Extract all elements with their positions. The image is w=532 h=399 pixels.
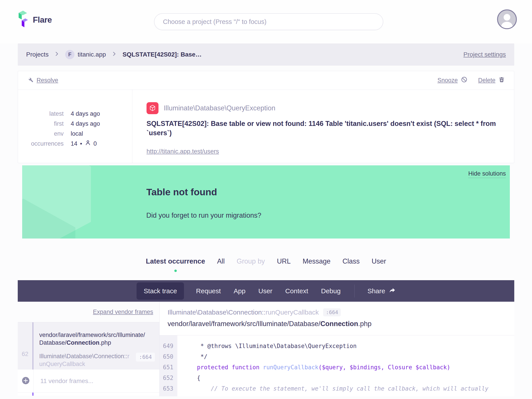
project-settings-link[interactable]: Project settings [463,51,506,58]
frame-method: Illuminate\Database\Connection::runQuery… [39,352,130,368]
tab-group-class[interactable]: Class [342,257,360,265]
error-url-link[interactable]: http://titanic.app.test/users [146,148,219,155]
project-search [154,13,383,30]
frame-file-path: vendor/laravel/framework/src/Illuminate/… [39,331,148,347]
error-card: Resolve Snooze Delete latest 4 days ago … [18,71,514,163]
tab-debug[interactable]: Debug [320,285,341,297]
line-number: 650 [160,353,177,360]
error-message: SQLSTATE[42S02]: Base table or view not … [146,119,501,138]
meta-row-latest: latest 4 days ago [18,109,132,119]
share-icon [389,287,395,295]
code-path-file: Connection [320,320,358,328]
chevron-right-icon [113,51,116,58]
code-header-class: Illuminate\Database\Connection::runQuery… [168,308,514,316]
frame-path-file: Connection [66,339,100,346]
code-line: 653 // To execute the statement, we'll s… [160,383,514,394]
delete-label: Delete [478,77,495,84]
tab-group-url[interactable]: URL [277,257,291,265]
meta-label: latest [18,109,64,119]
error-meta: latest 4 days ago first 4 days ago env l… [18,90,132,163]
brand-name: Flare [33,15,52,25]
breadcrumb: Projects F titanic.app SQLSTATE[42S02]: … [18,44,514,66]
tab-context[interactable]: Context [284,285,309,297]
occurrence-count: 14 [71,139,77,149]
tab-request[interactable]: Request [195,285,222,297]
code-line-number-badge: :664 [323,308,341,316]
tab-stack-trace[interactable]: Stack trace [137,282,184,300]
frames-panel: Expand vendor frames 62 vendor/laravel/f… [18,302,160,396]
solution-body: Did you forget to run your migrations? [146,211,261,219]
affected-users-count: 0 [94,139,97,149]
frame-line-number-badge: :664 [136,353,155,361]
meta-row-occurrences: occurrences 14 • 0 [18,139,132,149]
exception-row: Illuminate\Database\QueryException [146,102,501,114]
tab-latest-occurrence-label: Latest occurrence [146,257,205,265]
tab-user[interactable]: User [258,285,273,297]
expand-vendor-frames-link[interactable]: Expand vendor frames [93,309,153,316]
breadcrumb-projects[interactable]: Projects [26,51,49,58]
tab-app[interactable]: App [233,285,246,297]
code-text: { [177,375,200,381]
meta-value: local [71,129,83,139]
share-button[interactable]: Share [367,287,395,295]
code-function-name: runQueryCallback [263,364,318,371]
code-line: 649 * @throws \Illuminate\Database\Query… [160,341,514,351]
solution-title: Table not found [146,187,217,197]
frame-gutter [18,393,32,399]
trace-nav: Stack trace Request App User Context Deb… [18,280,514,302]
meta-label: occurrences [18,139,64,149]
search-input[interactable] [154,13,383,30]
vendor-gutter [18,369,33,392]
frame-content: vendor/laravel/framework/src/Illuminate/… [33,322,159,369]
plus-icon[interactable] [22,377,30,386]
tab-all[interactable]: All [217,257,225,265]
breadcrumb-project-label: titanic.app [78,51,106,58]
error-actions: Resolve Snooze Delete [18,71,514,90]
tab-latest-occurrence[interactable]: Latest occurrence [146,257,205,265]
group-by-label: Group by [237,257,265,265]
separator-dot: • [80,139,82,149]
code-path-ext: .php [358,320,372,328]
snooze-icon [461,76,468,84]
breadcrumb-error-title: SQLSTATE[42S02]: Base… [123,51,202,58]
delete-button[interactable]: Delete [478,76,505,84]
chevron-right-icon [55,51,58,58]
tab-group-message[interactable]: Message [303,257,330,265]
snooze-button[interactable]: Snooze [437,76,468,84]
resolve-label: Resolve [37,77,58,84]
code-path-prefix: vendor/laravel/framework/src/Illuminate/… [168,320,320,328]
exception-class: Illuminate\Database\QueryException [164,104,275,112]
meta-label: env [18,129,64,139]
meta-row-env: env local [18,129,132,139]
breadcrumb-project[interactable]: F titanic.app [65,50,106,59]
stack-frame-selected[interactable]: 62 vendor/laravel/framework/src/Illumina… [18,322,159,369]
app-header: Flare [0,0,532,44]
app-frame-indicator [32,393,33,396]
resolve-button[interactable]: Resolve [27,76,58,84]
avatar[interactable] [497,9,517,29]
code-panel: Illuminate\Database\Connection::runQuery… [160,302,514,396]
line-number: 653 [160,385,177,392]
vendor-frames-row[interactable]: 11 vendor frames... [18,369,159,393]
code-keyword: protected function [183,364,263,371]
code-viewer: 649 * @throws \Illuminate\Database\Query… [160,335,514,396]
code-comment: // To execute the statement, we'll simpl… [177,385,488,392]
stack-trace-section: Expand vendor frames 62 vendor/laravel/f… [18,302,514,396]
line-number: 649 [160,343,177,349]
solution-banner: Hide solutions Table not found Did you f… [22,165,510,239]
divider [355,285,355,298]
error-detail: Illuminate\Database\QueryException SQLST… [132,90,514,163]
hide-solutions-link[interactable]: Hide solutions [468,170,506,178]
wrench-icon [27,76,33,84]
code-text: protected function runQueryCallback($que… [177,364,450,371]
frame-path-ext: .php [100,339,111,346]
brand-logo[interactable]: Flare [17,10,52,30]
code-text: * @throws \Illuminate\Database\QueryExce… [177,343,357,349]
active-tab-indicator [174,270,177,272]
trash-icon [499,76,505,84]
laravel-icon [146,102,158,114]
code-text: */ [177,353,208,360]
frames-header: Expand vendor frames [18,302,159,322]
stack-frame-next-partial[interactable] [18,393,159,396]
tab-group-user[interactable]: User [372,257,386,265]
